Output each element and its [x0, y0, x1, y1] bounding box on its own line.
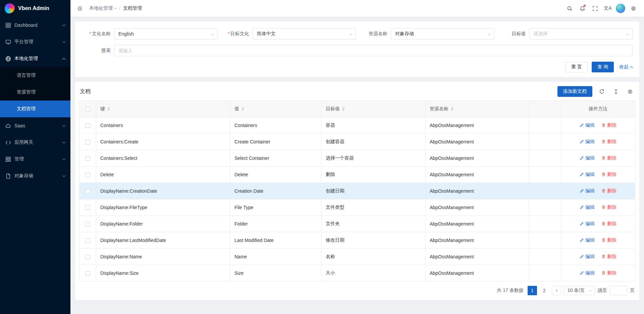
cell-target: 大小: [322, 265, 426, 281]
row-height-icon[interactable]: [611, 87, 621, 96]
delete-button[interactable]: 删除: [601, 172, 616, 178]
edit-button[interactable]: 编辑: [580, 237, 595, 243]
culture-select[interactable]: English: [114, 28, 218, 40]
breadcrumb-parent[interactable]: 本地化管理: [89, 5, 116, 11]
target-culture-select[interactable]: 简体中文: [253, 28, 356, 40]
sidebar-item-label: 管理: [14, 156, 24, 162]
breadcrumb-current: 文档管理: [123, 5, 142, 11]
delete-button[interactable]: 删除: [601, 254, 616, 260]
sort-icon[interactable]: [241, 107, 244, 111]
query-button[interactable]: 查 询: [592, 62, 614, 72]
translate-icon[interactable]: 文A: [603, 4, 612, 13]
row-checkbox[interactable]: [86, 189, 90, 194]
edit-button[interactable]: 编辑: [580, 254, 595, 260]
cell-value: Size: [230, 265, 322, 281]
delete-button[interactable]: 删除: [601, 221, 616, 227]
delete-button[interactable]: 删除: [601, 188, 616, 194]
delete-button[interactable]: 删除: [601, 270, 616, 276]
column-settings-gear-icon[interactable]: [625, 87, 635, 96]
appstore-icon: [5, 156, 11, 162]
row-checkbox[interactable]: [86, 205, 90, 210]
gateway-icon: [5, 140, 11, 145]
collapse-link[interactable]: 收起: [619, 64, 633, 70]
column-header-value[interactable]: 值: [230, 101, 322, 117]
edit-button[interactable]: 编辑: [580, 204, 595, 210]
select-all-checkbox[interactable]: [86, 107, 90, 112]
page-size-select[interactable]: 10 条/页: [564, 286, 595, 295]
row-checkbox[interactable]: [86, 123, 90, 128]
delete-button[interactable]: 删除: [601, 122, 616, 128]
fullscreen-icon[interactable]: [590, 4, 600, 13]
cell-key: Containers:Select: [96, 150, 230, 167]
avatar[interactable]: [616, 4, 625, 13]
delete-button[interactable]: 删除: [601, 139, 616, 145]
edit-button[interactable]: 编辑: [580, 172, 595, 178]
page-button-2[interactable]: 2: [540, 286, 549, 295]
sidebar-item-object-storage[interactable]: 对象存储: [0, 168, 70, 184]
cell-resource: AbpOssManagement: [426, 117, 529, 134]
cell-key: Containers: [96, 117, 230, 134]
column-header-key[interactable]: 键: [96, 101, 230, 117]
notification-bell-icon[interactable]: [578, 4, 587, 13]
row-checkbox[interactable]: [86, 255, 90, 259]
chevron-down-icon: [626, 33, 629, 35]
sidebar-item-document-management[interactable]: 文档管理: [0, 101, 70, 117]
chevron-down-icon: [62, 123, 66, 127]
sort-icon[interactable]: [342, 107, 345, 111]
delete-button[interactable]: 删除: [601, 155, 616, 161]
sidebar-item-localization[interactable]: 本地化管理: [0, 50, 70, 67]
cell-target: 文件类型: [322, 199, 426, 216]
edit-button[interactable]: 编辑: [580, 188, 595, 194]
page-button-1[interactable]: 1: [528, 286, 537, 295]
row-checkbox[interactable]: [86, 222, 90, 227]
search-input[interactable]: [114, 45, 633, 56]
row-checkbox[interactable]: [86, 156, 90, 161]
main-area: 本地化管理 / 文档管理 文A: [70, 0, 644, 314]
column-header-resource[interactable]: 资源名称: [426, 101, 529, 117]
dashboard-icon: [5, 22, 11, 28]
resource-select[interactable]: 对象存储: [391, 28, 494, 40]
cell-spacer: [529, 216, 561, 232]
row-checkbox[interactable]: [86, 140, 90, 144]
row-checkbox[interactable]: [86, 238, 90, 243]
jump-page-input[interactable]: [610, 286, 627, 295]
sidebar-item-gateway[interactable]: 应用网关: [0, 134, 70, 151]
sidebar-item-platform[interactable]: 平台管理: [0, 34, 70, 50]
sidebar-menu: Dashboard 平台管理 本地化管理 语言管理 资源管理 文档管理: [0, 17, 70, 184]
row-checkbox[interactable]: [86, 271, 90, 276]
next-page-button[interactable]: [552, 286, 561, 295]
edit-button[interactable]: 编辑: [580, 221, 595, 227]
logo[interactable]: Vben Admin: [0, 0, 70, 17]
cell-spacer: [529, 150, 561, 167]
edit-button[interactable]: 编辑: [580, 139, 595, 145]
sidebar-item-saas[interactable]: Saas: [0, 117, 70, 134]
refresh-icon[interactable]: [597, 87, 606, 96]
delete-button[interactable]: 删除: [601, 237, 616, 243]
required-asterisk: *: [90, 31, 91, 36]
row-checkbox[interactable]: [86, 173, 90, 177]
edit-button[interactable]: 编辑: [580, 155, 595, 161]
menu-fold-icon[interactable]: [75, 4, 85, 13]
sidebar-item-admin[interactable]: 管理: [0, 151, 70, 168]
sidebar-item-language-management[interactable]: 语言管理: [0, 67, 70, 84]
sidebar-item-dashboard[interactable]: Dashboard: [0, 17, 70, 34]
sort-icon[interactable]: [451, 107, 453, 111]
edit-button[interactable]: 编辑: [580, 122, 595, 128]
cell-value: Creation Date: [230, 183, 322, 199]
settings-gear-icon[interactable]: [629, 4, 638, 13]
delete-button[interactable]: 删除: [601, 204, 616, 210]
sort-icon[interactable]: [107, 107, 110, 111]
add-document-button[interactable]: 添加新文档: [557, 86, 592, 97]
search-icon[interactable]: [565, 4, 574, 13]
resource-select-value: 对象存储: [395, 31, 414, 37]
cell-value: Name: [230, 249, 322, 265]
target-value-select[interactable]: 请选择: [529, 28, 633, 40]
cell-spacer: [529, 183, 561, 199]
cell-spacer: [529, 134, 561, 150]
reset-button[interactable]: 重 置: [566, 62, 588, 72]
sidebar-item-resource-management[interactable]: 资源管理: [0, 84, 70, 101]
column-header-target[interactable]: 目标值: [322, 101, 426, 117]
cell-value: Select Container: [230, 150, 322, 167]
cell-resource: AbpOssManagement: [426, 232, 529, 249]
edit-button[interactable]: 编辑: [580, 270, 595, 276]
